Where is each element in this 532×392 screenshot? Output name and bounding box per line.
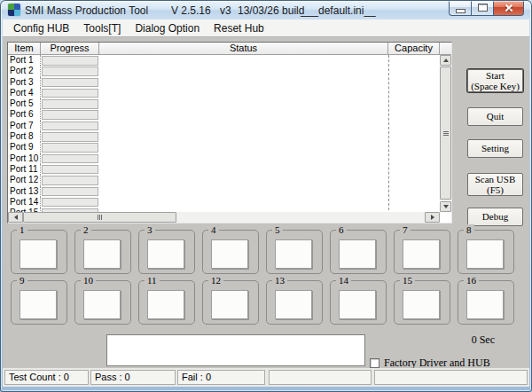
table-row[interactable]: Port 1 xyxy=(8,55,451,66)
message-area[interactable] xyxy=(106,334,365,366)
scan-usb-button-label: Scan USB xyxy=(475,174,516,184)
close-button[interactable] xyxy=(493,0,524,16)
usb-slot-panel xyxy=(147,290,184,319)
arrow-left-icon xyxy=(14,215,18,220)
factory-driver-checkbox[interactable] xyxy=(370,358,379,368)
usb-slot-panel xyxy=(403,290,440,319)
vertical-scroll-thumb[interactable] xyxy=(440,67,451,200)
debug-button[interactable]: Debug xyxy=(467,208,523,226)
table-row[interactable]: Port 13 xyxy=(8,186,451,197)
arrow-right-icon xyxy=(431,215,434,220)
column-header-item[interactable]: Item xyxy=(8,43,41,55)
menu-config-hub[interactable]: Config HUB xyxy=(6,20,76,36)
progress-cell xyxy=(41,142,99,153)
table-row[interactable]: Port 12 xyxy=(8,175,451,185)
scan-usb-button[interactable]: Scan USB (F5) xyxy=(467,173,523,196)
port-label: Port 3 xyxy=(8,77,41,88)
table-row[interactable]: Port 7 xyxy=(8,121,451,131)
usb-slot-panel xyxy=(275,239,312,269)
usb-slot-panel xyxy=(403,239,440,269)
usb-slot: 5 xyxy=(266,230,323,274)
scroll-left-button[interactable] xyxy=(8,212,23,223)
arrow-up-icon xyxy=(443,59,449,62)
progress-bar-well xyxy=(42,110,98,120)
maximize-button[interactable] xyxy=(471,0,493,16)
usb-slot-panel xyxy=(275,290,312,319)
minimize-button[interactable] xyxy=(449,0,471,16)
menu-reset-hub[interactable]: Reset Hub xyxy=(207,20,271,36)
usb-slot: 2 xyxy=(74,230,131,274)
port-status-table: Item Progress Status Capacity Port 1Port… xyxy=(7,42,452,223)
scroll-down-button[interactable] xyxy=(440,201,451,212)
slot-row-2: 910111213141516 xyxy=(11,280,514,325)
table-row[interactable]: Port 14 xyxy=(8,197,451,208)
port-label: Port 7 xyxy=(8,121,41,131)
status-panel-5 xyxy=(374,370,528,385)
table-row[interactable]: Port 10 xyxy=(8,153,451,164)
port-label: Port 8 xyxy=(8,131,41,142)
column-header-capacity[interactable]: Capacity xyxy=(388,43,440,55)
usb-slot-panel xyxy=(211,290,248,319)
progress-bar-well xyxy=(42,154,98,164)
usb-slot: 1 xyxy=(11,230,67,274)
start-button[interactable]: Start (Space Key) xyxy=(467,69,523,92)
table-row[interactable]: Port 5 xyxy=(8,98,451,109)
port-label: Port 5 xyxy=(8,98,41,109)
table-row[interactable]: Port 4 xyxy=(8,88,451,98)
table-row[interactable]: Port 8 xyxy=(8,131,451,142)
usb-slot: 11 xyxy=(138,280,195,325)
usb-slot-panel xyxy=(83,290,121,319)
usb-slot-number: 5 xyxy=(272,224,283,235)
column-header-progress[interactable]: Progress xyxy=(41,43,99,55)
progress-bar-well xyxy=(42,122,98,131)
menu-tools[interactable]: Tools[T] xyxy=(76,20,128,36)
progress-cell xyxy=(41,77,99,88)
menu-dialog-option[interactable]: Dialog Option xyxy=(128,20,207,36)
status-test-count: Test Count : 0 xyxy=(4,370,89,385)
column-header-status[interactable]: Status xyxy=(99,43,388,55)
usb-slot: 6 xyxy=(330,230,387,274)
vertical-scrollbar[interactable] xyxy=(440,55,451,212)
usb-slot: 7 xyxy=(394,230,450,274)
port-label: Port 1 xyxy=(8,55,41,66)
table-row[interactable]: Port 2 xyxy=(8,66,451,76)
port-label: Port 11 xyxy=(8,164,41,175)
table-row[interactable]: Port 3 xyxy=(8,77,451,88)
progress-bar-well xyxy=(42,176,98,185)
horizontal-scroll-thumb[interactable] xyxy=(23,212,176,223)
close-icon xyxy=(504,4,514,12)
table-rows: Port 1Port 2Port 3Port 4Port 5Port 6Port… xyxy=(8,55,451,212)
usb-slot-panel xyxy=(466,290,504,319)
port-label: Port 10 xyxy=(8,153,41,164)
table-row[interactable]: Port 9 xyxy=(8,142,451,153)
slot-row-1: 12345678 xyxy=(11,230,514,274)
setting-button[interactable]: Setting xyxy=(467,139,523,158)
progress-cell xyxy=(41,153,99,164)
usb-slot: 8 xyxy=(458,230,514,274)
table-row[interactable]: Port 11 xyxy=(8,164,451,175)
table-row[interactable]: Port 6 xyxy=(8,109,451,120)
usb-slot-panel xyxy=(20,239,57,269)
port-label: Port 13 xyxy=(8,186,41,197)
progress-cell xyxy=(41,66,99,76)
table-header: Item Progress Status Capacity xyxy=(8,43,451,55)
usb-slot: 3 xyxy=(138,230,195,274)
port-label: Port 12 xyxy=(8,175,41,185)
progress-cell xyxy=(41,186,99,197)
scroll-right-button[interactable] xyxy=(425,212,440,223)
progress-bar-well xyxy=(42,143,98,153)
scroll-up-button[interactable] xyxy=(440,55,451,66)
thumb-grip xyxy=(443,135,449,136)
version-label: V 2.5.16 xyxy=(171,4,211,17)
thumb-grip xyxy=(101,215,102,220)
quit-button-label: Quit xyxy=(487,111,505,122)
quit-button[interactable]: Quit xyxy=(467,107,523,126)
progress-bar-well xyxy=(42,132,98,142)
usb-slot: 9 xyxy=(11,280,67,325)
progress-bar-well xyxy=(42,187,98,197)
usb-slot-panel xyxy=(466,239,504,269)
usb-slot-panel xyxy=(339,290,376,319)
build-label: 13/03/26 build xyxy=(238,4,304,17)
horizontal-scrollbar[interactable] xyxy=(8,212,440,223)
arrow-down-icon xyxy=(443,205,449,208)
